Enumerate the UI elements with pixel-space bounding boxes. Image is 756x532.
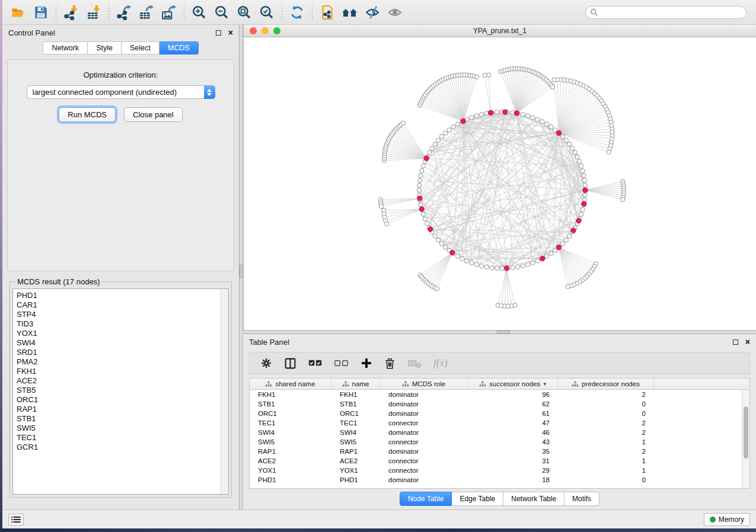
result-item[interactable]: ORC1 — [17, 395, 228, 405]
table-row[interactable]: SWI4SWI4dominator462 — [250, 428, 749, 437]
export-image-icon[interactable] — [159, 2, 179, 23]
result-item[interactable]: FKH1 — [17, 367, 228, 376]
table-row[interactable]: RAP1RAP1dominator352 — [250, 447, 749, 456]
tab-network-table[interactable]: Network Table — [503, 492, 564, 506]
close-panel-button[interactable]: Close panel — [124, 107, 183, 122]
table-cell[interactable]: connector — [380, 466, 468, 475]
table-cell[interactable]: RAP1 — [250, 447, 331, 456]
table-cell[interactable]: 1 — [558, 466, 654, 475]
result-item[interactable]: YOX1 — [17, 329, 228, 338]
table-cell[interactable]: 47 — [468, 418, 558, 428]
network-canvas[interactable] — [244, 37, 756, 330]
column-header-MCDS-role[interactable]: MCDS role — [380, 379, 468, 389]
table-cell[interactable]: SWI5 — [250, 437, 331, 447]
select-all-icon[interactable] — [308, 358, 323, 368]
deselect-all-icon[interactable] — [334, 358, 349, 368]
search-field[interactable] — [585, 6, 747, 19]
result-item[interactable]: STP4 — [17, 310, 228, 319]
tab-node-table[interactable]: Node Table — [400, 492, 452, 506]
float-panel-icon[interactable] — [216, 30, 221, 36]
table-row[interactable]: YOX1YOX1connector291 — [250, 466, 749, 475]
zoom-in-icon[interactable] — [189, 2, 209, 23]
table-cell[interactable]: 0 — [558, 399, 654, 409]
result-item[interactable]: PHD1 — [17, 291, 228, 300]
table-cell[interactable]: dominator — [380, 447, 468, 456]
export-network-icon[interactable] — [114, 2, 134, 23]
result-item[interactable]: STB5 — [17, 386, 228, 395]
table-cell[interactable]: PHD1 — [331, 475, 380, 485]
table-cell[interactable]: 1 — [558, 456, 654, 466]
zoom-out-icon[interactable] — [212, 2, 232, 23]
table-cell[interactable] — [654, 428, 749, 437]
table-row[interactable]: ACE2ACE2connector311 — [250, 456, 749, 466]
table-cell[interactable]: dominator — [380, 399, 468, 409]
result-item[interactable]: RAP1 — [17, 405, 228, 414]
search-input[interactable] — [598, 8, 746, 17]
table-row[interactable]: SWI5SWI5connector431 — [250, 437, 749, 447]
table-cell[interactable]: FKH1 — [250, 390, 331, 399]
delete-column-trash-icon[interactable] — [384, 357, 395, 370]
show-columns-icon[interactable] — [284, 357, 296, 370]
table-cell[interactable]: dominator — [380, 409, 468, 418]
table-cell[interactable]: 0 — [558, 475, 654, 485]
column-header-predecessor-nodes[interactable]: predecessor nodes — [558, 379, 654, 389]
column-header-shared-name[interactable]: shared name — [250, 379, 331, 389]
table-row[interactable]: PHD1PHD1dominator180 — [250, 475, 749, 485]
mcds-result-list[interactable]: PHD1CAR1STP4TID3YOX1SWI4SRD1PMA2FKH1ACE2… — [12, 289, 229, 495]
result-item[interactable]: SWI4 — [17, 338, 228, 348]
table-cell[interactable]: 43 — [468, 437, 558, 447]
table-cell[interactable]: STB1 — [331, 399, 380, 409]
table-cell[interactable]: connector — [380, 437, 468, 447]
table-cell[interactable]: TEC1 — [331, 418, 380, 428]
close-panel-icon[interactable]: × — [745, 339, 750, 345]
tab-mcds[interactable]: MCDS — [160, 41, 199, 55]
table-cell[interactable]: TEC1 — [250, 418, 331, 428]
table-cell[interactable]: YOX1 — [250, 466, 331, 475]
table-cell[interactable]: SWI4 — [331, 428, 380, 437]
table-cell[interactable]: 0 — [558, 409, 654, 418]
table-row[interactable]: ORC1ORC1dominator610 — [250, 409, 749, 418]
hide-selected-eye-icon[interactable] — [362, 2, 382, 23]
table-row[interactable]: STB1STB1dominator620 — [250, 399, 749, 409]
table-cell[interactable]: RAP1 — [331, 447, 380, 456]
zoom-selected-icon[interactable] — [257, 2, 277, 23]
table-cell[interactable]: FKH1 — [331, 390, 380, 399]
table-cell[interactable]: dominator — [380, 475, 468, 485]
table-cell[interactable]: 29 — [468, 466, 558, 475]
table-cell[interactable] — [654, 466, 749, 475]
table-cell[interactable] — [654, 390, 749, 399]
table-cell[interactable]: connector — [380, 418, 468, 428]
table-row[interactable]: FKH1FKH1dominator962 — [250, 390, 749, 399]
result-item[interactable]: PMA2 — [17, 357, 228, 367]
result-item[interactable]: STB1 — [17, 414, 228, 424]
table-cell[interactable]: 1 — [558, 437, 654, 447]
result-item[interactable]: SRD1 — [17, 348, 228, 357]
table-cell[interactable]: 2 — [558, 447, 654, 456]
close-panel-icon[interactable]: × — [228, 30, 233, 36]
tab-network[interactable]: Network — [43, 41, 88, 55]
table-cell[interactable] — [654, 399, 749, 409]
table-cell[interactable]: 2 — [558, 418, 654, 428]
table-cell[interactable] — [654, 456, 749, 466]
table-cell[interactable]: 62 — [468, 399, 558, 409]
table-cell[interactable]: dominator — [380, 390, 468, 399]
table-cell[interactable]: 31 — [468, 456, 558, 466]
table-scrollbar-thumb[interactable] — [744, 406, 748, 459]
table-cell[interactable]: ORC1 — [250, 409, 331, 418]
result-item[interactable]: GCR1 — [17, 443, 228, 452]
horizontal-splitter[interactable] — [243, 330, 756, 334]
open-file-icon[interactable] — [8, 2, 28, 23]
table-cell[interactable]: STB1 — [250, 399, 331, 409]
table-cell[interactable]: ACE2 — [250, 456, 331, 466]
table-cell[interactable]: 2 — [558, 428, 654, 437]
refresh-icon[interactable] — [287, 2, 307, 23]
splitter-handle[interactable] — [497, 331, 510, 334]
import-network-icon[interactable] — [61, 2, 81, 23]
tab-style[interactable]: Style — [88, 41, 122, 55]
table-cell[interactable]: SWI4 — [250, 428, 331, 437]
table-cell[interactable] — [654, 409, 749, 418]
show-eye-icon[interactable] — [385, 2, 405, 23]
import-table-icon[interactable] — [84, 2, 104, 23]
result-list-scrollbar[interactable] — [221, 289, 228, 494]
table-cell[interactable]: dominator — [380, 428, 468, 437]
